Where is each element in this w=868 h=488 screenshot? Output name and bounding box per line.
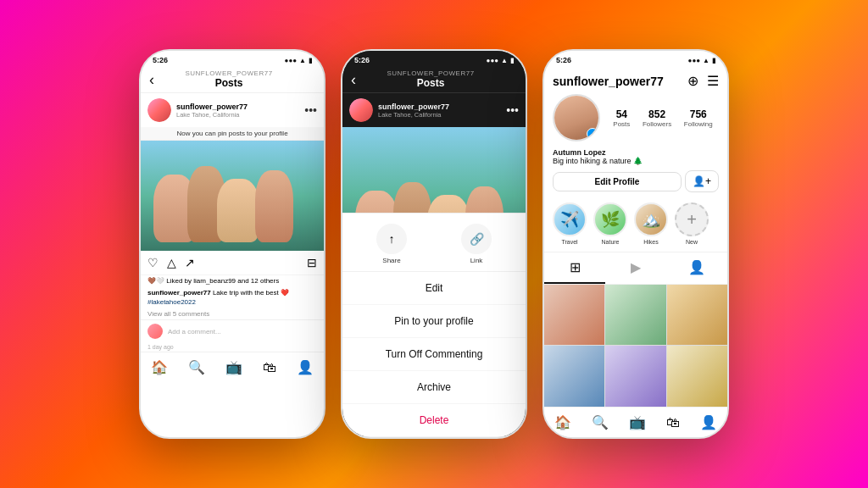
tab-grid[interactable]: ⊞ — [544, 252, 605, 284]
menu-edit[interactable]: Edit — [342, 272, 526, 305]
tab-reels[interactable]: ▶ — [605, 252, 666, 284]
add-user-icon[interactable]: ⊕ — [687, 73, 698, 89]
menu-delete[interactable]: Delete — [342, 404, 526, 437]
time-2: 5:26 — [354, 56, 370, 64]
following-label: Following — [684, 120, 713, 128]
menu-pin[interactable]: Pin to your profile — [342, 305, 526, 338]
photo-cell-3 — [667, 285, 727, 345]
nav-reels-1[interactable]: 📺 — [225, 359, 242, 375]
status-icons-3: ●●● ▲ ▮ — [688, 57, 715, 64]
story-hikes[interactable]: 🏔️ Hikes — [634, 202, 668, 245]
photo-cell-6 — [667, 346, 727, 406]
story-travel-label: Travel — [561, 239, 577, 245]
link-label: Link — [470, 257, 483, 264]
photo-1 — [544, 285, 604, 345]
link-icon-circle: 🔗 — [461, 224, 492, 254]
post-caption-1: sunflower_power77 Lake trip with the bes… — [141, 286, 324, 308]
comment-placeholder-1[interactable]: Add a comment... — [168, 328, 221, 336]
photo-1 — [141, 141, 324, 251]
share-icon[interactable]: ↗ — [185, 256, 195, 269]
timestamp-1: 1 day ago — [141, 342, 324, 352]
battery-icon: ▮ — [309, 57, 312, 64]
comment-icon[interactable]: △ — [167, 256, 176, 269]
share-sheet-item[interactable]: ↑ Share — [376, 224, 407, 264]
post-username-1: sunflower_power77 — [176, 103, 299, 111]
wifi-icon-2: ▲ — [501, 57, 508, 64]
post-options-1[interactable]: ••• — [304, 103, 317, 117]
nav-search-3[interactable]: 🔍 — [592, 414, 609, 430]
nav-title-1: SUNFLOWER_POWER77 Posts — [154, 69, 303, 89]
share-label: Share — [382, 257, 400, 264]
add-person-button[interactable]: 👤+ — [685, 170, 719, 192]
avatar-image-1 — [147, 98, 171, 122]
post-avatar-1 — [147, 98, 171, 122]
tab-tagged[interactable]: 👤 — [666, 252, 727, 284]
view-comments-1[interactable]: View all 5 comments — [141, 308, 324, 319]
profile-header: sunflower_power77 ⊕ ☰ ✓ 54 Posts 852 Fol… — [544, 66, 727, 202]
nav-profile-1[interactable]: 👤 — [297, 359, 314, 375]
photo-cell-5 — [605, 346, 665, 406]
nav-search-1[interactable]: 🔍 — [188, 359, 205, 375]
save-icon[interactable]: ⊟ — [307, 256, 317, 269]
post-avatar-2 — [349, 98, 373, 122]
story-nature[interactable]: 🌿 Nature — [593, 202, 627, 245]
stat-followers[interactable]: 852 Followers — [643, 108, 671, 128]
battery-icon-3: ▮ — [712, 57, 715, 64]
profile-top-right: ⊕ ☰ — [687, 73, 719, 89]
nav-profile-3[interactable]: 👤 — [700, 414, 717, 430]
signal-icon-2: ●●● — [487, 57, 499, 64]
battery-icon-2: ▮ — [510, 57, 514, 64]
phone-1: 5:26 ●●● ▲ ▮ ‹ SUNFLOWER_POWER77 Posts s… — [139, 49, 326, 439]
profile-stats-row: ✓ 54 Posts 852 Followers 756 Following — [553, 94, 719, 141]
nav-shop-3[interactable]: 🛍 — [666, 415, 680, 430]
post-options-2[interactable]: ••• — [506, 103, 519, 117]
bottom-sheet: ↑ Share 🔗 Link Edit Pin to your profile … — [342, 213, 526, 437]
bottom-nav-3: 🏠 🔍 📺 🛍 👤 — [544, 407, 727, 437]
profile-tabs: ⊞ ▶ 👤 — [544, 252, 727, 285]
wifi-icon-3: ▲ — [703, 57, 709, 64]
edit-profile-button[interactable]: Edit Profile — [553, 172, 682, 191]
nav-home-3[interactable]: 🏠 — [554, 414, 571, 430]
story-nature-circle: 🌿 — [593, 202, 627, 236]
link-sheet-item[interactable]: 🔗 Link — [461, 224, 492, 264]
profile-username: sunflower_power77 — [553, 75, 664, 88]
stats-items: 54 Posts 852 Followers 756 Following — [607, 108, 719, 128]
story-travel[interactable]: ✈️ Travel — [553, 202, 587, 245]
nav-shop-1[interactable]: 🛍 — [263, 360, 276, 375]
nav-home-1[interactable]: 🏠 — [151, 359, 168, 375]
post-user-info-1: sunflower_power77 Lake Tahoe, California — [176, 103, 299, 119]
bio-text: Big into hiking & nature 🌲 — [553, 157, 719, 165]
status-icons-1: ●●● ▲ ▮ — [285, 57, 312, 64]
followers-count: 852 — [643, 108, 671, 120]
nav-reels-3[interactable]: 📺 — [629, 414, 646, 430]
nav-header-1: ‹ SUNFLOWER_POWER77 Posts — [141, 66, 324, 93]
bottom-nav-1: 🏠 🔍 📺 🛍 👤 — [141, 352, 324, 382]
menu-archive[interactable]: Archive — [342, 371, 526, 404]
story-new[interactable]: + New — [675, 202, 709, 245]
hamburger-icon[interactable]: ☰ — [707, 73, 719, 89]
post-likes-1: 🤎🤍 Liked by liam_beanz99 and 12 others — [141, 275, 324, 286]
caption-hashtag-1: #laketahoe2022 — [147, 298, 196, 306]
stories-row: ✈️ Travel 🌿 Nature 🏔️ Hikes + New — [544, 202, 727, 252]
time-1: 5:26 — [153, 56, 168, 64]
followers-label: Followers — [643, 120, 671, 128]
avatar-image-2 — [349, 98, 373, 122]
sheet-icons-row: ↑ Share 🔗 Link — [342, 214, 526, 272]
menu-turn-off-commenting[interactable]: Turn Off Commenting — [342, 338, 526, 371]
photo-2 — [605, 285, 665, 345]
nav-main-1: Posts — [154, 77, 303, 89]
status-bar-1: 5:26 ●●● ▲ ▮ — [141, 51, 324, 66]
post-username-2: sunflower_power77 — [378, 103, 501, 111]
nav-title-2: SUNFLOWER_POWER77 Posts — [356, 69, 505, 89]
verified-badge: ✓ — [587, 128, 598, 140]
posts-label: Posts — [613, 120, 630, 128]
bio-name: Autumn Lopez — [553, 148, 719, 157]
stat-following[interactable]: 756 Following — [684, 108, 713, 128]
nav-sub-1: SUNFLOWER_POWER77 — [154, 69, 303, 77]
comment-avatar-1 — [147, 324, 163, 339]
posts-count: 54 — [613, 108, 630, 120]
story-nature-label: Nature — [601, 239, 619, 245]
status-icons-2: ●●● ▲ ▮ — [487, 57, 514, 64]
photo-cell-1 — [544, 285, 604, 345]
like-icon[interactable]: ♡ — [147, 256, 159, 269]
